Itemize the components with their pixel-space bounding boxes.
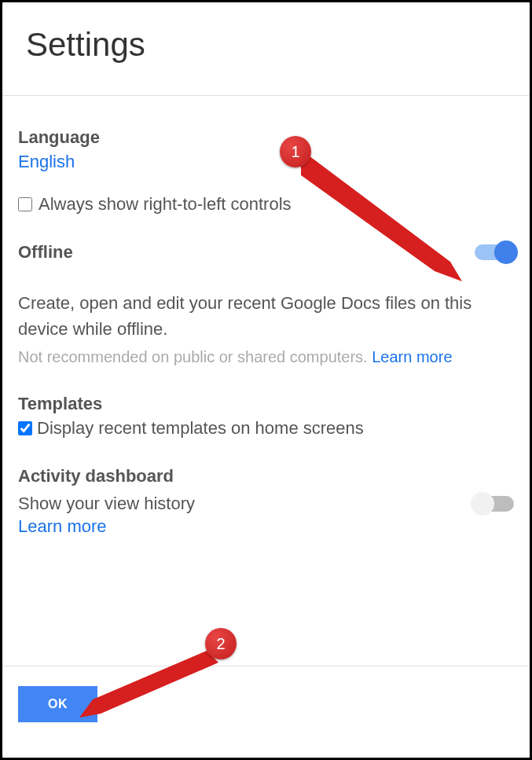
templates-checkbox[interactable] <box>18 421 32 435</box>
templates-section: Templates Display recent templates on ho… <box>18 394 514 439</box>
offline-section-header: Offline <box>18 242 514 263</box>
activity-row: Show your view history <box>18 490 514 516</box>
language-label: Language <box>18 127 514 148</box>
offline-description: Create, open and edit your recent Google… <box>18 290 514 342</box>
rtl-checkbox-label: Always show right-to-left controls <box>39 194 292 215</box>
templates-label: Templates <box>18 394 514 414</box>
page-title: Settings <box>26 26 506 64</box>
templates-checkbox-label: Display recent templates on home screens <box>37 418 364 439</box>
settings-content: Language English Always show right-to-le… <box>2 96 530 580</box>
annotation-badge-1: 1 <box>280 136 311 167</box>
rtl-checkbox[interactable] <box>18 197 32 211</box>
offline-warning: Not recommended on public or shared comp… <box>18 348 372 365</box>
activity-label: Activity dashboard <box>18 466 514 486</box>
language-link[interactable]: English <box>18 152 75 171</box>
activity-learn-more-link[interactable]: Learn more <box>18 516 107 536</box>
activity-section: Activity dashboard Show your view histor… <box>18 466 514 537</box>
activity-subtitle: Show your view history <box>18 490 195 516</box>
offline-learn-more-link[interactable]: Learn more <box>372 348 452 365</box>
rtl-checkbox-row: Always show right-to-left controls <box>18 194 514 215</box>
templates-checkbox-row: Display recent templates on home screens <box>18 418 514 439</box>
settings-header: Settings <box>2 2 530 96</box>
offline-toggle[interactable] <box>475 244 514 260</box>
activity-toggle[interactable] <box>475 496 514 512</box>
offline-description-section: Create, open and edit your recent Google… <box>18 290 514 366</box>
annotation-badge-2: 2 <box>205 628 237 659</box>
language-section: Language English Always show right-to-le… <box>18 127 514 215</box>
ok-button[interactable]: OK <box>18 686 97 722</box>
offline-label: Offline <box>18 242 73 263</box>
settings-footer: OK <box>2 666 530 758</box>
